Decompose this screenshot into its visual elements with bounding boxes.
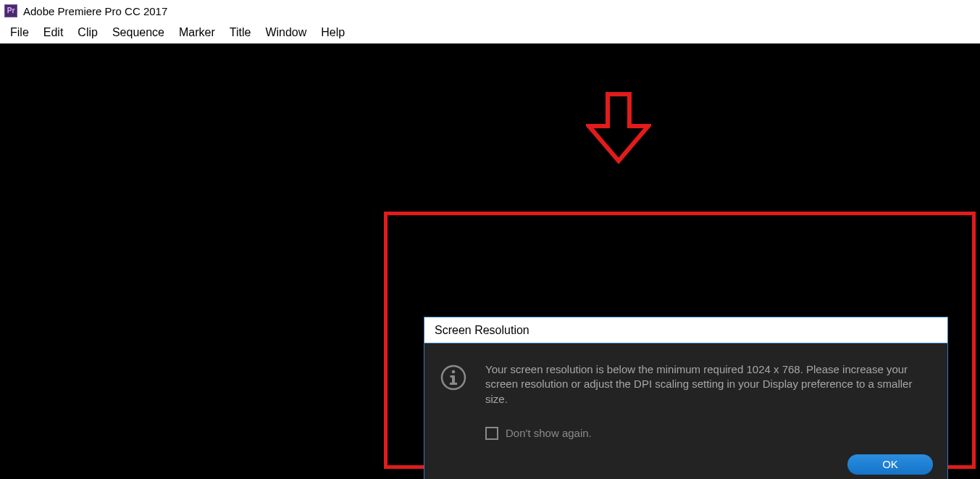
svg-point-1 — [452, 370, 456, 374]
app-title: Adobe Premiere Pro CC 2017 — [23, 5, 167, 17]
menubar: File Edit Clip Sequence Marker Title Win… — [0, 22, 980, 43]
dialog-content: Your screen resolution is below the mini… — [485, 362, 933, 440]
dialog-title: Screen Resolution — [435, 324, 529, 337]
dont-show-again-checkbox[interactable] — [485, 427, 498, 440]
menu-window[interactable]: Window — [258, 23, 314, 42]
arrow-down-annotation-icon — [586, 91, 651, 164]
dialog-message: Your screen resolution is below the mini… — [485, 362, 933, 407]
dont-show-again-label: Don't show again. — [506, 427, 592, 439]
menu-help[interactable]: Help — [314, 23, 352, 42]
menu-edit[interactable]: Edit — [36, 23, 71, 42]
dialog-footer: OK — [424, 450, 947, 479]
menu-marker[interactable]: Marker — [172, 23, 222, 42]
ok-button[interactable]: OK — [847, 454, 933, 475]
window-titlebar: Pr Adobe Premiere Pro CC 2017 — [0, 0, 980, 22]
dialog-body: Your screen resolution is below the mini… — [424, 343, 947, 450]
app-icon: Pr — [4, 4, 17, 17]
menu-title[interactable]: Title — [222, 23, 259, 42]
menu-file[interactable]: File — [3, 23, 36, 42]
menu-sequence[interactable]: Sequence — [105, 23, 172, 42]
app-icon-text: Pr — [7, 7, 15, 14]
workspace-area: Screen Resolution Your screen resolution… — [0, 43, 980, 479]
svg-rect-3 — [451, 375, 455, 378]
screen-resolution-dialog: Screen Resolution Your screen resolution… — [424, 317, 948, 479]
menu-clip[interactable]: Clip — [70, 23, 105, 42]
info-icon — [439, 362, 468, 391]
dont-show-again-row[interactable]: Don't show again. — [485, 427, 933, 440]
dialog-titlebar[interactable]: Screen Resolution — [424, 317, 947, 343]
svg-rect-4 — [450, 383, 457, 385]
